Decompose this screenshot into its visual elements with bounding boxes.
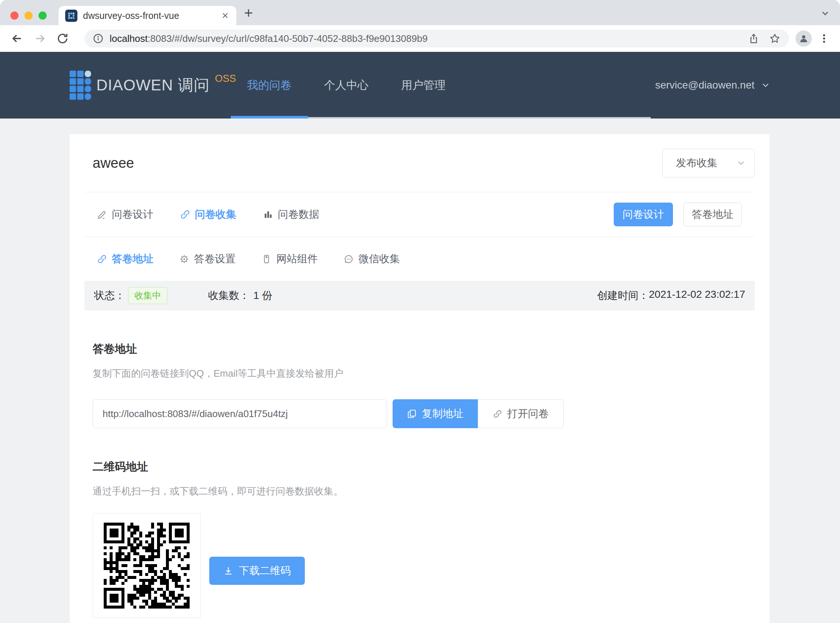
tab-close-icon[interactable] [221, 11, 230, 20]
subtab-answer-settings[interactable]: 答卷设置 [179, 252, 236, 266]
bookmark-star-icon[interactable] [769, 32, 781, 44]
gear-icon [179, 254, 189, 264]
browser-menu-icon[interactable] [819, 33, 829, 44]
tab-survey-data[interactable]: 问卷数据 [263, 207, 319, 221]
qrcode-frame [93, 513, 201, 618]
open-survey-button[interactable]: 打开问卷 [478, 399, 564, 428]
minimize-window-button[interactable] [25, 11, 32, 20]
qrcode-row: 下载二维码 [93, 513, 755, 618]
qrcode-heading: 二维码地址 [93, 459, 755, 474]
diaowen-grid-icon [70, 70, 91, 101]
account-email: service@diaowen.net [655, 79, 754, 91]
answer-url-heading: 答卷地址 [93, 342, 755, 357]
survey-design-button[interactable]: 问卷设计 [614, 203, 673, 226]
subtab-wechat-collect[interactable]: 微信收集 [344, 252, 400, 266]
download-icon [223, 566, 233, 576]
survey-card: aweee 发布收集 问卷设计 [70, 134, 769, 623]
back-icon[interactable] [11, 32, 24, 45]
collect-subtabs: 答卷地址 答卷设置 网站组件 [84, 237, 755, 281]
address-bar[interactable]: localhost:8083/#/dw/survey/c/url/c98fa14… [84, 30, 789, 48]
survey-link-input[interactable] [93, 399, 387, 428]
link-icon [493, 409, 502, 419]
download-qrcode-button[interactable]: 下载二维码 [209, 557, 305, 585]
app-header: DIAOWEN 调问 OSS 我的问卷 个人中心 用户管理 service@di… [0, 52, 840, 118]
reload-icon[interactable] [56, 32, 69, 45]
tab-survey-collect[interactable]: 问卷收集 [180, 207, 236, 221]
pencil-icon [97, 209, 107, 219]
browser-tab-strip: dwsurvey-oss-front-vue [0, 0, 840, 25]
publish-select-value: 发布收集 [676, 156, 717, 170]
survey-title: aweee [93, 155, 134, 171]
nav-active-underline [231, 116, 308, 118]
status-label: 状态： [94, 288, 125, 302]
link-icon [97, 254, 107, 264]
collect-count: 收集数： 1 份 [208, 288, 272, 302]
qrcode-description: 通过手机扫一扫，或下载二维码，即可进行问卷数据收集。 [93, 485, 755, 498]
tab-survey-design[interactable]: 问卷设计 [97, 207, 153, 221]
publish-select[interactable]: 发布收集 [662, 149, 755, 177]
main-nav: 我的问卷 个人中心 用户管理 [231, 52, 462, 118]
created-time: 创建时间： 2021-12-02 23:02:17 [597, 288, 745, 302]
status-bar: 状态： 收集中 收集数： 1 份 创建时间： 2021-12-02 23:02:… [84, 281, 755, 310]
url-text: localhost:8083/#/dw/survey/c/url/c98fa14… [110, 33, 739, 44]
favicon-icon [65, 10, 77, 22]
tab-title: dwsurvey-oss-front-vue [83, 11, 221, 21]
traffic-lights [11, 11, 47, 20]
subtab-site-widget[interactable]: 网站组件 [262, 252, 318, 266]
browser-toolbar: localhost:8083/#/dw/survey/c/url/c98fa14… [0, 25, 840, 52]
brand-logo[interactable]: DIAOWEN 调问 OSS [70, 70, 236, 101]
chevron-down-icon [736, 158, 746, 168]
page-background: aweee 发布收集 问卷设计 [0, 118, 840, 623]
copy-icon [407, 409, 417, 419]
browser-tab[interactable]: dwsurvey-oss-front-vue [58, 6, 236, 25]
account-dropdown[interactable]: service@diaowen.net [655, 79, 771, 91]
header-actions: 问卷设计 答卷地址 [614, 203, 742, 226]
answer-url-button[interactable]: 答卷地址 [683, 203, 742, 226]
site-info-icon[interactable] [93, 33, 104, 44]
card-header: aweee 发布收集 [84, 134, 755, 192]
answer-url-description: 复制下面的问卷链接到QQ，Email等工具中直接发给被用户 [93, 367, 755, 380]
tag-icon [262, 254, 271, 264]
nav-item-profile[interactable]: 个人中心 [308, 52, 385, 118]
tab-search-chevron-icon[interactable] [820, 8, 830, 18]
status-badge: 收集中 [128, 287, 167, 304]
bar-chart-icon [263, 209, 273, 219]
answer-url-row: 复制地址 打开问卷 [93, 399, 755, 428]
chat-icon [344, 254, 354, 264]
nav-item-user-management[interactable]: 用户管理 [385, 52, 462, 118]
copy-url-button[interactable]: 复制地址 [392, 399, 478, 428]
brand-name: DIAOWEN 调问 [96, 75, 210, 95]
subtab-answer-url[interactable]: 答卷地址 [97, 252, 153, 266]
new-tab-button[interactable] [242, 7, 255, 19]
close-window-button[interactable] [11, 11, 18, 20]
nav-item-my-surveys[interactable]: 我的问卷 [231, 52, 308, 118]
forward-icon[interactable] [33, 32, 47, 45]
link-icon [180, 209, 190, 219]
qr-code [104, 523, 190, 609]
browser-window: dwsurvey-oss-front-vue [0, 0, 840, 623]
browser-profile-avatar[interactable] [796, 31, 812, 47]
zoom-window-button[interactable] [38, 11, 47, 20]
chevron-down-icon [760, 80, 771, 91]
share-icon[interactable] [748, 33, 759, 44]
survey-tabs: 问卷设计 问卷收集 问卷数据 问卷设计 答卷地 [84, 192, 755, 237]
